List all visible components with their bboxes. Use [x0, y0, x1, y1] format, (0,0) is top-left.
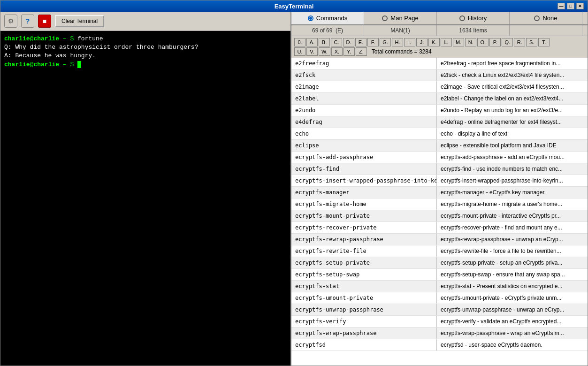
alpha-button-q[interactable]: Q. [502, 38, 513, 46]
alpha-button-t[interactable]: T. [538, 38, 550, 46]
table-row[interactable]: ecryptfs-mount-privateecryptfs-mount-pri… [291, 210, 588, 222]
table-row[interactable]: ecryptfs-statecryptfs-stat - Present sta… [291, 281, 588, 292]
alpha-button-e[interactable]: E. [355, 38, 367, 46]
terminal-prompt-line: charlie@charlie – $ [4, 61, 287, 69]
alpha-button-w[interactable]: W. [319, 47, 330, 56]
terminal-host-2: charlie [33, 61, 59, 68]
cmd-name-cell: ecryptfs-rewrite-file [291, 245, 437, 257]
alpha-button-j[interactable]: J. [416, 38, 428, 46]
table-row[interactable]: ecryptfs-managerecryptfs-manager - eCryp… [291, 187, 588, 198]
close-button[interactable]: ✕ [576, 3, 584, 9]
terminal-output: charlie@charlie – $ fortune Q: Why did t… [0, 31, 290, 366]
tab-none[interactable]: None [510, 12, 582, 24]
table-row[interactable]: e2fscke2fsck - check a Linux ext2/ext3/e… [291, 69, 588, 81]
alpha-button-g[interactable]: G. [380, 38, 391, 46]
table-row[interactable]: ecryptfs-wrap-passphraseecryptfs-wrap-pa… [291, 328, 588, 339]
manpage-subtitle: MAN(1) [364, 25, 437, 36]
terminal-prompt-2: charlie@charlie – $ [4, 61, 81, 68]
table-row[interactable]: ecryptfs-rewrap-passphraseecryptfs-rewra… [291, 234, 588, 245]
alpha-button-y[interactable]: Y. [344, 47, 355, 56]
window-title: EasyTerminal [275, 3, 314, 10]
table-row[interactable]: e2imagee2image - Save critical ext2/ext3… [291, 81, 588, 93]
radio-commands [308, 15, 313, 21]
cmd-desc-cell: ecryptfs-manager - eCryptfs key manager. [437, 187, 588, 198]
cmd-desc-cell: ecryptfs-setup-swap - ensure that any sw… [437, 269, 588, 280]
alpha-button-v[interactable]: V. [306, 47, 318, 56]
help-button[interactable]: ? [21, 15, 34, 28]
cmd-name-cell: e2freefrag [291, 58, 437, 69]
tab-history[interactable]: History [437, 12, 510, 24]
cmd-name-cell: e2fsck [291, 69, 437, 81]
table-row[interactable]: e2labele2label - Change the label on an … [291, 93, 588, 105]
cmd-desc-cell: ecryptfs-unwrap-passphrase - unwrap an e… [437, 304, 588, 315]
table-row[interactable]: ecryptfs-findecryptfs-find - use inode n… [291, 163, 588, 175]
cmd-desc-cell: ecryptfs-find - use inode numbers to mat… [437, 163, 588, 175]
maximize-button[interactable]: □ [567, 3, 574, 9]
table-row[interactable]: eclipseeclipse - extensible tool platfor… [291, 140, 588, 152]
minimize-button[interactable]: — [557, 3, 565, 9]
alpha-button-p[interactable]: P. [489, 38, 501, 46]
alpha-button-r[interactable]: R. [514, 38, 525, 46]
cmd-desc-cell: ecryptfs-stat - Present statistics on en… [437, 281, 588, 292]
alpha-button-s[interactable]: S. [526, 38, 537, 46]
alpha-button-c[interactable]: C. [331, 38, 342, 46]
stop-button[interactable]: ■ [38, 15, 51, 28]
table-row[interactable]: ecryptfs-migrate-homeecryptfs-migrate-ho… [291, 198, 588, 210]
alpha-button-u[interactable]: U. [294, 47, 305, 56]
alpha-button-h[interactable]: H. [392, 38, 403, 46]
cmd-name-cell: ecryptfs-find [291, 163, 437, 175]
tab-commands-label: Commands [316, 15, 347, 22]
cmd-desc-cell: e2image - Save critical ext2/ext3/ext4 f… [437, 81, 588, 92]
alpha-button-i[interactable]: I. [404, 38, 415, 46]
alpha-button-0[interactable]: 0. [294, 38, 305, 46]
table-row[interactable]: ecryptfs-rewrite-fileecryptfs-rewrite-fi… [291, 245, 588, 257]
alpha-button-b[interactable]: B. [319, 38, 330, 46]
terminal-host: charlie [33, 35, 59, 42]
cmd-name-cell: ecryptfs-rewrap-passphrase [291, 234, 437, 245]
table-row[interactable]: ecryptfs-unwrap-passphraseecryptfs-unwra… [291, 304, 588, 316]
cmd-name-cell: eclipse [291, 140, 437, 151]
cmd-desc-cell: ecryptfs-wrap-passphrase - wrap an eCryp… [437, 328, 588, 339]
table-row[interactable]: ecryptfs-add-passphraseecryptfs-add-pass… [291, 152, 588, 163]
alpha-button-z[interactable]: Z. [356, 47, 367, 56]
table-row[interactable]: ecryptfs-umount-privateecryptfs-umount-p… [291, 292, 588, 304]
alpha-button-m[interactable]: M. [453, 38, 464, 46]
alpha-button-n[interactable]: N. [465, 38, 476, 46]
alpha-button-l[interactable]: L. [441, 38, 452, 46]
table-row[interactable]: echoecho - display a line of text [291, 128, 588, 140]
cmd-desc-cell: e2label - Change the label on an ext2/ex… [437, 93, 588, 104]
tab-manpage[interactable]: Man Page [364, 12, 437, 24]
alpha-button-d[interactable]: D. [343, 38, 354, 46]
cmd-name-cell: echo [291, 128, 437, 139]
cmd-desc-cell: ecryptfs-verify - validate an eCryptfs e… [437, 316, 588, 327]
gear-button[interactable]: ⚙ [4, 15, 17, 28]
cmd-desc-cell: ecryptfs-setup-private - setup an eCrypt… [437, 257, 588, 268]
alpha-button-f[interactable]: F. [367, 38, 379, 46]
table-row[interactable]: ecryptfs-insert-wrapped-passphrase-into-… [291, 175, 588, 187]
alpha-button-k[interactable]: K. [428, 38, 440, 46]
table-row[interactable]: e4defrage4defrag - online defragmenter f… [291, 116, 588, 128]
table-row[interactable]: ecryptfs-setup-swapecryptfs-setup-swap -… [291, 269, 588, 281]
tab-subtitle-bar: 69 of 69 (E) MAN(1) 1634 Items [291, 25, 588, 36]
tab-history-label: History [468, 15, 487, 22]
alpha-button-o[interactable]: O. [477, 38, 489, 46]
cmd-desc-cell: ecryptfs-rewrite-file - force a file to … [437, 245, 588, 257]
cmd-name-cell: ecryptfs-setup-private [291, 257, 437, 268]
clear-terminal-button[interactable]: Clear Terminal [55, 15, 104, 27]
tab-bar: Commands Man Page History None [291, 12, 588, 25]
alpha-button-x[interactable]: X. [331, 47, 343, 56]
table-row[interactable]: e2freefrage2freefrag - report free space… [291, 58, 588, 69]
tab-commands[interactable]: Commands [291, 12, 364, 24]
table-row[interactable]: ecryptfsdecryptfsd - user-space eCryptfs… [291, 339, 588, 351]
command-list[interactable]: e2freefrage2freefrag - report free space… [291, 58, 588, 366]
terminal-output-line: Q: Why did the astrophysicist order thre… [4, 43, 287, 52]
cmd-name-cell: ecryptfs-unwrap-passphrase [291, 304, 437, 315]
table-row[interactable]: ecryptfs-setup-privateecryptfs-setup-pri… [291, 257, 588, 269]
table-row[interactable]: ecryptfs-verifyecryptfs-verify - validat… [291, 316, 588, 328]
alpha-button-a[interactable]: A. [306, 38, 318, 46]
table-row[interactable]: ecryptfs-recover-privateecryptfs-recover… [291, 222, 588, 234]
cmd-desc-cell: ecryptfs-mount-private - interactive eCr… [437, 210, 588, 221]
cmd-name-cell: ecryptfs-umount-private [291, 292, 437, 304]
cmd-desc-cell: ecryptfs-migrate-home - migrate a user's… [437, 198, 588, 210]
table-row[interactable]: e2undoe2undo - Replay an undo log for an… [291, 105, 588, 116]
